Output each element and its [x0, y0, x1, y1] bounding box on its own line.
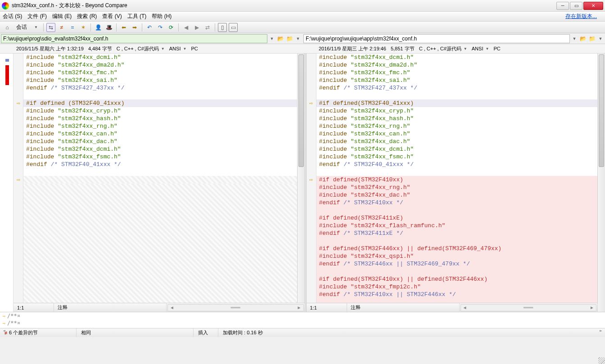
swap-icon[interactable]: ⇄: [203, 23, 212, 32]
menu-view[interactable]: 查看 (V): [102, 13, 122, 20]
dropdown-icon[interactable]: ▼: [32, 23, 41, 32]
bottom-line-viewer: ⇨/**¤ ⇨/**¤ ◄►: [0, 312, 605, 328]
menu-search[interactable]: 搜索 (R): [77, 13, 97, 20]
right-file-size: 5,851 字节: [391, 45, 415, 52]
menu-bar: 会话 (S) 文件 (F) 编辑 (E) 搜索 (R) 查看 (V) 工具 (T…: [0, 12, 605, 22]
copy-left-icon[interactable]: ⬅: [119, 23, 128, 32]
right-browse-dropdown-icon[interactable]: ▼: [597, 34, 604, 43]
same-icon[interactable]: =: [68, 23, 77, 32]
compare-area: ⇨⇨ #include "stm32f4xx_dcmi.h"#include "…: [0, 54, 605, 312]
right-path-input[interactable]: [303, 34, 570, 43]
right-code-body[interactable]: #include "stm32f4xx_dcmi.h"#include "stm…: [316, 54, 598, 303]
menu-file[interactable]: 文件 (F): [27, 13, 47, 20]
session-dropdown[interactable]: 会话: [14, 23, 30, 31]
person-icon[interactable]: 👤: [94, 23, 103, 32]
right-file-date: 2016/11/9 星期三 上午 2:19:46: [319, 45, 386, 52]
redo-icon[interactable]: ↷: [156, 23, 165, 32]
left-horizontal-scrollbar[interactable]: ◄═══►: [167, 304, 304, 311]
separator: [116, 23, 117, 31]
right-section-label: 注释: [347, 303, 460, 312]
rules-icon[interactable]: ✶: [79, 23, 88, 32]
right-path-dropdown-icon[interactable]: ▼: [571, 34, 578, 43]
left-browse-icon[interactable]: 📁: [285, 35, 293, 43]
separator: [43, 23, 44, 31]
layout1-icon[interactable]: ▯: [218, 23, 227, 32]
left-enc-dropdown-icon[interactable]: ▼: [181, 47, 188, 51]
left-file-lang: C , C++ , C#源代码: [117, 45, 159, 52]
close-button[interactable]: ✕: [583, 2, 603, 10]
right-enc-dropdown-icon[interactable]: ▼: [484, 47, 490, 51]
right-cursor-pos: 1:1: [307, 303, 347, 312]
status-same: 相同: [77, 328, 194, 337]
separator: [90, 23, 91, 31]
left-vertical-scrollbar[interactable]: [297, 54, 305, 303]
left-gutter: ⇨⇨: [14, 54, 23, 303]
left-pane-statusbar: 1:1 注释 ◄═══►: [14, 303, 305, 312]
app-icon: [2, 2, 9, 9]
all-icon[interactable]: ⇆: [46, 23, 55, 32]
undo-icon[interactable]: ↶: [145, 23, 154, 32]
maximize-button[interactable]: ▭: [570, 2, 582, 10]
menu-tools[interactable]: 工具 (T): [127, 13, 147, 20]
toolbar: ⌂ 会话 ▼ ⇆ ≠ = ✶ 👤 🎩 ⬅ ➡ ↶ ↷ ⟳ ◀ ▶ ⇄ ▯ ▭: [0, 22, 605, 33]
right-gutter: ⇨⇨: [307, 54, 316, 303]
left-file-encoding: ANSI: [169, 46, 181, 51]
left-file-size: 4,484 字节: [88, 45, 112, 52]
prev-diff-icon[interactable]: ◀: [181, 23, 190, 32]
resize-grip-icon[interactable]: [598, 357, 605, 364]
bottom-line-2: /**¤: [7, 320, 20, 326]
left-lang-dropdown-icon[interactable]: ▼: [160, 47, 166, 51]
right-lang-dropdown-icon[interactable]: ▼: [462, 47, 469, 51]
right-pane: ⇨⇨ #include "stm32f4xx_dcmi.h"#include "…: [307, 54, 598, 312]
right-open-icon[interactable]: 📂: [579, 35, 587, 43]
path-bar: ▼ 📂 📁 ▼ ▼ 📂 📁 ▼: [0, 33, 605, 44]
left-path-dropdown-icon[interactable]: ▼: [268, 34, 275, 43]
next-diff-icon[interactable]: ▶: [192, 23, 201, 32]
status-diff-count: 6 个差异的节: [9, 329, 38, 336]
menu-session[interactable]: 会话 (S): [3, 13, 22, 20]
thumbnail-column[interactable]: [0, 54, 14, 312]
copy-right-icon[interactable]: ➡: [130, 23, 139, 32]
diffs-icon[interactable]: ≠: [57, 23, 66, 32]
left-file-platform: PC: [191, 46, 198, 51]
diff-indicator-icon: ≠: [5, 330, 7, 336]
left-browse-dropdown-icon[interactable]: ▼: [294, 34, 302, 43]
separator: [142, 23, 142, 31]
status-load-time: 加载时间 : 0.16 秒: [218, 328, 605, 337]
right-browse-icon[interactable]: 📁: [588, 35, 596, 43]
layout2-icon[interactable]: ▭: [229, 23, 238, 32]
title-bar: stm32f4xx_conf.h - 文本比较 - Beyond Compare…: [0, 0, 605, 12]
left-file-date: 2016/11/5 星期六 上午 1:32:19: [16, 45, 84, 52]
right-horizontal-scrollbar[interactable]: ◄═══►: [461, 304, 597, 311]
status-insert-mode: 插入: [194, 328, 218, 337]
left-code-body[interactable]: #include "stm32f4xx_dcmi.h"#include "stm…: [23, 54, 297, 303]
right-file-platform: PC: [493, 46, 500, 51]
left-section-label: 注释: [54, 303, 167, 312]
left-cursor-pos: 1:1: [14, 303, 54, 312]
refresh-icon[interactable]: ⟳: [167, 23, 176, 32]
home-icon[interactable]: ⌂: [3, 23, 12, 32]
bottom-line-1: /**¤: [7, 313, 20, 319]
right-file-encoding: ANSI: [472, 46, 483, 51]
right-pane-statusbar: 1:1 注释 ◄═══►: [307, 303, 598, 312]
left-pane: ⇨⇨ #include "stm32f4xx_dcmi.h"#include "…: [14, 54, 305, 312]
info-bar: 2016/11/5 星期六 上午 1:32:19 4,484 字节 C , C+…: [0, 44, 605, 54]
minimize-button[interactable]: ─: [556, 2, 569, 10]
right-file-lang: C , C++ , C#源代码: [419, 45, 461, 52]
menu-edit[interactable]: 编辑 (E): [52, 13, 72, 20]
left-open-icon[interactable]: 📂: [276, 35, 284, 43]
new-version-link[interactable]: 存在新版本...: [565, 13, 597, 20]
status-bar: ≠6 个差异的节 相同 插入 加载时间 : 0.16 秒: [0, 328, 605, 337]
arrow-icon: ⇨: [3, 321, 5, 326]
main-vertical-scrollbar[interactable]: [597, 54, 605, 312]
left-path-input[interactable]: [1, 34, 267, 43]
window-title: stm32f4xx_conf.h - 文本比较 - Beyond Compare: [12, 2, 555, 9]
separator: [215, 23, 215, 31]
wizard-icon[interactable]: 🎩: [104, 23, 113, 32]
separator: [178, 23, 179, 31]
menu-help[interactable]: 帮助 (H): [152, 13, 172, 20]
arrow-icon: ⇨: [3, 314, 5, 319]
